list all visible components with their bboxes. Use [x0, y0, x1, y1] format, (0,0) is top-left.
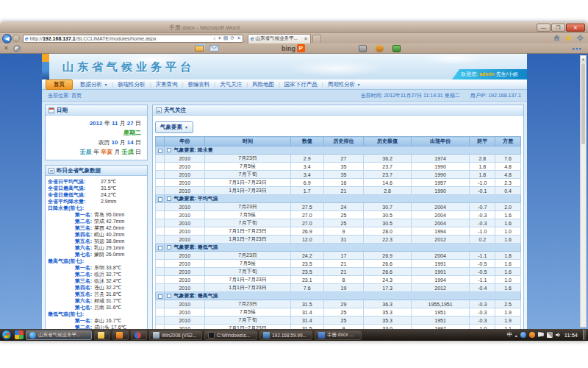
- ime-tray-icon[interactable]: [529, 332, 535, 338]
- bing-logo[interactable]: bing P: [282, 44, 305, 52]
- nav-item-5[interactable]: 整编资料: [183, 81, 214, 88]
- compatibility-icon[interactable]: ▤: [223, 35, 229, 41]
- tab-title[interactable]: 山东省气候业务平...: [255, 35, 302, 42]
- table-row[interactable]: 20107月5候31.42535.31951-0.31.9: [156, 308, 521, 316]
- taskbar-button-5[interactable]: Win2008 (VS2...: [149, 330, 202, 340]
- taskbar-button-4[interactable]: [131, 330, 147, 340]
- group-header-row[interactable]: 气象要素: 最高气温: [156, 292, 521, 300]
- refresh-icon[interactable]: ⟳: [230, 35, 234, 41]
- show-hidden-icons-arrow[interactable]: ▴: [515, 333, 517, 338]
- table-row[interactable]: 20107月23日24.21726.92004-1.11.8: [156, 252, 521, 260]
- row-select-cell[interactable]: [156, 300, 165, 308]
- table-row[interactable]: 20107月下旬27.02530.52004-0.31.6: [156, 219, 521, 227]
- maximize-button[interactable]: ❐: [551, 24, 565, 32]
- more-options-icon[interactable]: ●●●: [572, 46, 582, 51]
- table-row[interactable]: 20107月5候3.43523.719901.84.8: [156, 163, 521, 171]
- row-select-cell[interactable]: [156, 268, 165, 276]
- row-select-cell[interactable]: [156, 308, 165, 316]
- nav-item-7[interactable]: 风险地图: [248, 81, 279, 88]
- row-select-cell[interactable]: [156, 219, 165, 227]
- nav-item-6[interactable]: 天气关注: [215, 81, 246, 88]
- cards-icon[interactable]: [195, 46, 204, 52]
- table-row[interactable]: 20101月1日~7月23日12.03122.320120.21.6: [156, 236, 521, 244]
- language-indicator[interactable]: 中: [507, 331, 512, 339]
- nav-item-8[interactable]: 国家下行产品: [280, 81, 322, 88]
- home-icon[interactable]: [553, 34, 561, 42]
- table-row[interactable]: 20107月1日~7月23日6.91614.61957-1.02.3: [156, 179, 521, 187]
- row-select-cell[interactable]: [156, 155, 165, 163]
- group-header-row[interactable]: 气象要素: 降水量: [156, 146, 521, 155]
- table-row[interactable]: 20107月下旬3.43523.719901.84.8: [156, 171, 521, 179]
- taskbar-clock[interactable]: 11:54: [564, 332, 578, 339]
- show-desktop-button[interactable]: [583, 330, 586, 340]
- mail-icon[interactable]: [209, 45, 219, 52]
- back-button[interactable]: ◀: [2, 34, 12, 43]
- favorites-star-icon[interactable]: [564, 34, 573, 42]
- scroll-up-icon[interactable]: ▲: [581, 56, 586, 63]
- window-titlebar[interactable]: 手册.docx - Microsoft Word — ❐ ✕: [0, 22, 588, 33]
- action-center-flag-icon[interactable]: [538, 332, 544, 338]
- row-select-cell[interactable]: [156, 236, 165, 244]
- vertical-scrollbar[interactable]: ▲: [580, 55, 587, 328]
- row-select-cell[interactable]: [156, 211, 165, 219]
- close-button[interactable]: ✕: [566, 24, 585, 32]
- addon-puzzle-icon[interactable]: [392, 45, 401, 52]
- expand-icon[interactable]: [158, 149, 162, 153]
- volume-icon[interactable]: [556, 332, 562, 338]
- camera-icon[interactable]: [359, 45, 367, 52]
- table-row[interactable]: 20107月1日~7月23日26.9928.01994-1.01.0: [156, 227, 521, 236]
- nav-item-2[interactable]: 数据分析 ▼: [76, 81, 112, 88]
- taskbar-button-6[interactable]: C:\Windows\s...: [204, 330, 257, 340]
- group-header-row[interactable]: 气象要素: 最低气温: [156, 244, 521, 252]
- row-select-cell[interactable]: [156, 260, 165, 268]
- minimize-button[interactable]: —: [537, 24, 551, 32]
- table-row[interactable]: 20107月5候27.02530.52004-0.31.6: [156, 211, 521, 219]
- row-select-cell[interactable]: [156, 203, 165, 211]
- row-select-cell[interactable]: [156, 171, 165, 179]
- network-icon[interactable]: [547, 332, 553, 338]
- nav-item-3[interactable]: 极端性分析: [113, 81, 150, 88]
- group-expand-cell[interactable]: [156, 292, 165, 300]
- nav-item-9[interactable]: 周期性分析 ▼: [323, 81, 365, 88]
- group-expand-cell[interactable]: [156, 146, 165, 155]
- messenger-tray-icon[interactable]: [520, 332, 526, 338]
- row-select-cell[interactable]: [156, 276, 165, 284]
- dropdown-icon[interactable]: ▾: [218, 35, 221, 41]
- taskbar-button-2[interactable]: [94, 330, 110, 340]
- nav-item-4[interactable]: 灾害查询: [151, 81, 182, 88]
- settings-gear-icon[interactable]: [576, 34, 584, 42]
- table-row[interactable]: 20107月5候23.52126.61991-0.51.6: [156, 260, 521, 268]
- browser-tab[interactable]: e 山东省气候业务平... ✕: [248, 34, 311, 43]
- expand-icon[interactable]: [158, 197, 162, 202]
- table-row[interactable]: 20101月1日~7月23日7.61917.32012-0.41.6: [156, 284, 521, 292]
- start-button[interactable]: [1, 330, 12, 340]
- address-bar[interactable]: e http://192.168.137.1/SLCCLIMATE/module…: [23, 35, 243, 43]
- row-select-cell[interactable]: [156, 163, 165, 171]
- tab-close-icon[interactable]: ✕: [304, 36, 308, 42]
- table-row[interactable]: 20107月23日27.52430.72004-0.72.0: [156, 203, 521, 211]
- row-select-cell[interactable]: [156, 179, 165, 187]
- scrollbar-thumb[interactable]: [581, 63, 585, 144]
- row-select-cell[interactable]: [156, 187, 165, 195]
- taskbar-button-1[interactable]: 山东省气候业务平...: [26, 330, 92, 340]
- nav-item-1[interactable]: 首页: [46, 79, 73, 90]
- expand-icon[interactable]: [158, 294, 162, 299]
- row-select-cell[interactable]: [156, 316, 165, 325]
- group-expand-cell[interactable]: [156, 244, 165, 252]
- table-row[interactable]: 20107月1日~7月23日23.1824.31994-1.11.0: [156, 276, 521, 284]
- table-row[interactable]: 20107月下旬31.42535.31951-0.31.9: [156, 316, 521, 325]
- forward-button[interactable]: [12, 35, 20, 42]
- stop-icon[interactable]: ✕: [237, 35, 241, 41]
- group-expand-cell[interactable]: [156, 195, 165, 203]
- tools-icon[interactable]: [376, 45, 384, 52]
- table-row[interactable]: 20107月下旬23.52126.61991-0.51.6: [156, 268, 521, 276]
- taskbar-button-3[interactable]: [112, 330, 129, 340]
- pinned-app-icon[interactable]: [15, 330, 24, 339]
- table-row[interactable]: 20107月23日2.92736.219742.87.6: [156, 155, 521, 163]
- element-filter-button[interactable]: 气象要素▼: [155, 121, 193, 133]
- taskbar-button-7[interactable]: 192.168.59.99...: [259, 330, 312, 340]
- table-row[interactable]: 20101月1日~7月23日1.7212.81990-0.10.4: [156, 187, 521, 195]
- table-row[interactable]: 20107月23日31.52936.31955,1951-0.32.5: [156, 300, 521, 308]
- group-header-row[interactable]: 气象要素: 平均气温: [156, 195, 521, 203]
- row-select-cell[interactable]: [156, 227, 165, 236]
